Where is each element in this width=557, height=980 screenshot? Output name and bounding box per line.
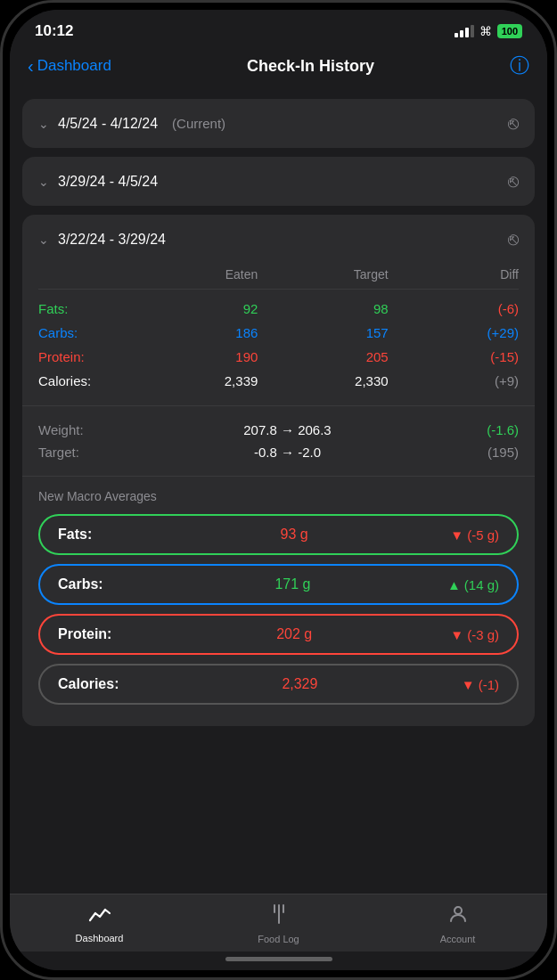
avg-protein-change: ▼ (-3 g): [450, 627, 499, 642]
avg-calories-value: 2,329: [282, 676, 317, 692]
fats-target: 98: [258, 301, 388, 316]
target-arrow: →: [281, 445, 298, 460]
tab-food-log[interactable]: Food Log: [243, 903, 315, 944]
checkin-date-prev1: 3/29/24 - 4/5/24: [58, 174, 158, 190]
weight-to: 206.3: [298, 422, 332, 437]
status-bar: 10:12 ⌘ 100: [10, 10, 547, 45]
avg-pill-carbs: Carbs: 171 g ▲ (14 g): [38, 564, 519, 605]
wifi-icon: ⌘: [479, 24, 492, 38]
home-indicator: [10, 951, 547, 970]
macro-table: Eaten Target Diff Fats: 92 98 (-6) Carbs…: [22, 264, 535, 405]
avg-protein-value: 202 g: [276, 626, 312, 642]
fats-label: Fats:: [38, 301, 127, 316]
back-label: Dashboard: [37, 57, 111, 75]
back-button[interactable]: ‹ Dashboard: [28, 57, 111, 75]
weight-arrow: →: [281, 422, 298, 437]
fats-arrow-down-icon: ▼: [450, 527, 463, 543]
weight-section: Weight: 207.8 → 206.3 (-1.6) Target: -0.…: [22, 405, 535, 476]
col-header-label: [38, 267, 127, 282]
expanded-header[interactable]: ⌄ 3/22/24 - 3/29/24 ⎋: [22, 215, 535, 264]
share-icon-prev1[interactable]: ⎋: [508, 171, 519, 192]
target-row: Target: -0.8 → -2.0 (195): [38, 441, 519, 463]
avg-protein-change-val: (-3 g): [467, 627, 499, 642]
avg-calories-label: Calories:: [58, 676, 138, 692]
food-log-tab-label: Food Log: [258, 934, 299, 944]
chevron-icon-expanded: ⌄: [38, 233, 49, 247]
macro-row-fats: Fats: 92 98 (-6): [38, 297, 519, 321]
calories-diff: (+9): [389, 373, 519, 388]
weight-values: 207.8 → 206.3: [110, 422, 465, 437]
col-header-eaten: Eaten: [127, 267, 258, 282]
dashboard-tab-icon: [88, 904, 111, 929]
phone-screen: 10:12 ⌘ 100 ‹ Dashboard Check-In History…: [10, 10, 547, 970]
share-icon-current[interactable]: ⎋: [508, 113, 519, 134]
battery-badge: 100: [497, 24, 522, 38]
dashboard-tab-label: Dashboard: [76, 933, 124, 943]
home-bar: [225, 957, 332, 961]
avg-pill-calories: Calories: 2,329 ▼ (-1): [38, 664, 519, 705]
info-button[interactable]: ⓘ: [510, 53, 529, 79]
checkin-current-badge: (Current): [172, 116, 225, 131]
protein-arrow-down-icon: ▼: [450, 627, 463, 642]
avg-calories-change: ▼ (-1): [462, 677, 499, 692]
avg-calories-change-val: (-1): [479, 677, 499, 692]
avg-carbs-label: Carbs:: [58, 576, 138, 592]
checkin-date-prev2: 3/22/24 - 3/29/24: [58, 232, 166, 248]
protein-label: Protein:: [38, 349, 127, 364]
checkin-card-prev1[interactable]: ⌄ 3/29/24 - 4/5/24 ⎋: [22, 157, 535, 206]
averages-section: New Macro Averages Fats: 93 g ▼ (-5 g) C…: [22, 476, 535, 726]
checkin-card-left: ⌄ 4/5/24 - 4/12/24 (Current): [38, 116, 225, 132]
calories-target: 2,330: [258, 373, 388, 388]
avg-carbs-value: 171 g: [274, 576, 310, 592]
weight-row: Weight: 207.8 → 206.3 (-1.6): [38, 419, 519, 441]
calories-arrow-down-icon: ▼: [462, 677, 475, 692]
expanded-header-left: ⌄ 3/22/24 - 3/29/24: [38, 232, 166, 248]
tab-dashboard[interactable]: Dashboard: [64, 904, 135, 943]
avg-protein-label: Protein:: [58, 626, 138, 642]
fats-diff: (-6): [389, 301, 519, 316]
tab-account[interactable]: Account: [422, 903, 494, 944]
col-header-diff: Diff: [389, 267, 519, 282]
nav-header: ‹ Dashboard Check-In History ⓘ: [10, 45, 547, 92]
share-icon-prev2[interactable]: ⎋: [508, 229, 519, 249]
macro-row-calories: Calories: 2,339 2,330 (+9): [38, 369, 519, 393]
food-log-tab-icon: [269, 903, 289, 930]
calories-label: Calories:: [38, 373, 127, 388]
target-label: Target:: [38, 445, 110, 460]
checkin-card-current[interactable]: ⌄ 4/5/24 - 4/12/24 (Current) ⎋: [22, 99, 535, 148]
checkin-date-current: 4/5/24 - 4/12/24: [58, 116, 158, 132]
page-title: Check-In History: [247, 57, 374, 76]
chevron-down-icon: ⌄: [38, 117, 49, 131]
account-tab-label: Account: [440, 934, 476, 944]
protein-eaten: 190: [127, 349, 258, 364]
macro-table-header: Eaten Target Diff: [38, 264, 519, 290]
checkin-card-left-2: ⌄ 3/29/24 - 4/5/24: [38, 174, 158, 190]
carbs-eaten: 186: [127, 325, 258, 340]
averages-title: New Macro Averages: [38, 489, 519, 503]
checkin-card-prev2: ⌄ 3/22/24 - 3/29/24 ⎋ Eaten Target Diff: [22, 215, 535, 726]
target-values: -0.8 → -2.0: [110, 445, 465, 460]
avg-carbs-change-val: (14 g): [464, 577, 499, 592]
fats-eaten: 92: [127, 301, 258, 316]
carbs-arrow-up-icon: ▲: [447, 577, 461, 592]
carbs-target: 157: [258, 325, 388, 340]
col-header-target: Target: [258, 267, 388, 282]
protein-diff: (-15): [389, 349, 519, 364]
carbs-diff: (+29): [389, 325, 519, 340]
signal-bars-icon: [455, 25, 474, 37]
avg-fats-label: Fats:: [58, 527, 138, 543]
macro-row-protein: Protein: 190 205 (-15): [38, 345, 519, 369]
status-icons: ⌘ 100: [455, 24, 522, 38]
avg-carbs-change: ▲ (14 g): [447, 577, 499, 592]
avg-fats-change: ▼ (-5 g): [450, 527, 499, 543]
weight-diff: (-1.6): [465, 422, 519, 437]
avg-pill-fats: Fats: 93 g ▼ (-5 g): [38, 514, 519, 555]
target-diff: (195): [465, 445, 519, 460]
account-tab-icon: [447, 903, 469, 930]
carbs-label: Carbs:: [38, 325, 127, 340]
chevron-down-icon-2: ⌄: [38, 175, 49, 189]
status-time: 10:12: [35, 22, 73, 40]
weight-label: Weight:: [38, 422, 110, 437]
scroll-content: ⌄ 4/5/24 - 4/12/24 (Current) ⎋ ⌄ 3/29/24…: [10, 92, 547, 894]
macro-row-carbs: Carbs: 186 157 (+29): [38, 321, 519, 345]
